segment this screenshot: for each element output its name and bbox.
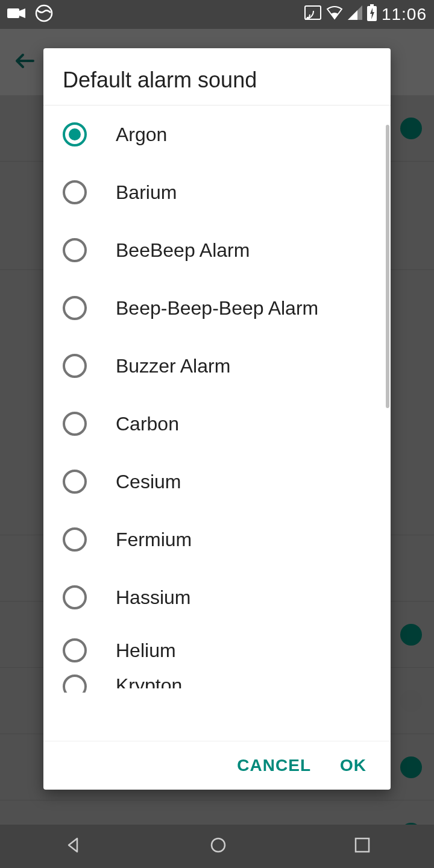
- radio-unselected-icon: [63, 180, 87, 204]
- sound-option-fermium[interactable]: Fermium: [43, 511, 391, 568]
- option-label: Beep-Beep-Beep Alarm: [116, 297, 318, 319]
- radio-unselected-icon: [63, 585, 87, 609]
- dialog-title: Default alarm sound: [43, 48, 391, 105]
- option-label: Helium: [116, 640, 176, 662]
- status-bar: 11:06: [0, 0, 434, 29]
- sound-option-argon[interactable]: Argon: [43, 105, 391, 163]
- sound-option-carbon[interactable]: Carbon: [43, 395, 391, 453]
- radio-selected-icon: [63, 122, 87, 146]
- sound-option-krypton[interactable]: Krypton: [43, 675, 391, 705]
- camera-icon: [7, 7, 25, 22]
- radio-unselected-icon: [63, 675, 87, 699]
- alarm-sound-dialog: Default alarm sound Argon Barium BeeBeep…: [43, 48, 391, 790]
- radio-unselected-icon: [63, 296, 87, 320]
- svg-rect-6: [356, 838, 369, 852]
- radio-unselected-icon: [63, 238, 87, 262]
- cancel-button[interactable]: CANCEL: [237, 756, 311, 775]
- svg-point-5: [212, 838, 225, 852]
- sound-option-list[interactable]: Argon Barium BeeBeep Alarm Beep-Beep-Bee…: [43, 105, 391, 741]
- option-label: Fermium: [116, 529, 192, 551]
- battery-icon: [367, 4, 377, 25]
- nav-back-icon[interactable]: [64, 836, 82, 857]
- dialog-actions: CANCEL OK: [43, 741, 391, 790]
- radio-unselected-icon: [63, 527, 87, 552]
- option-label: Hassium: [116, 587, 190, 609]
- option-label: Buzzer Alarm: [116, 355, 230, 377]
- sound-option-hassium[interactable]: Hassium: [43, 568, 391, 626]
- option-label: Cesium: [116, 471, 181, 493]
- scrollbar[interactable]: [386, 125, 389, 408]
- ok-button[interactable]: OK: [340, 756, 366, 775]
- option-label: Argon: [116, 124, 167, 146]
- sound-option-cesium[interactable]: Cesium: [43, 453, 391, 511]
- option-label: BeeBeep Alarm: [116, 239, 250, 262]
- wifi-icon: [326, 5, 343, 24]
- sound-option-beebeep[interactable]: BeeBeep Alarm: [43, 221, 391, 279]
- radio-unselected-icon: [63, 638, 87, 662]
- option-label: Carbon: [116, 413, 179, 435]
- radio-unselected-icon: [63, 354, 87, 378]
- option-label: Barium: [116, 181, 177, 204]
- app-icon: [35, 4, 53, 25]
- nav-home-icon[interactable]: [209, 836, 227, 857]
- radio-unselected-icon: [63, 470, 87, 494]
- svg-rect-4: [370, 4, 374, 7]
- navigation-bar: [0, 825, 434, 868]
- signal-icon: [348, 5, 362, 24]
- sound-option-helium[interactable]: Helium: [43, 626, 391, 675]
- cast-icon: [304, 5, 321, 24]
- sound-option-barium[interactable]: Barium: [43, 163, 391, 221]
- svg-point-1: [36, 5, 52, 21]
- nav-recent-icon[interactable]: [354, 837, 370, 855]
- sound-option-beepbeepbeep[interactable]: Beep-Beep-Beep Alarm: [43, 279, 391, 337]
- svg-rect-0: [7, 8, 19, 18]
- status-time: 11:06: [382, 5, 427, 24]
- option-label: Krypton: [116, 675, 182, 697]
- sound-option-buzzer[interactable]: Buzzer Alarm: [43, 337, 391, 395]
- radio-unselected-icon: [63, 412, 87, 436]
